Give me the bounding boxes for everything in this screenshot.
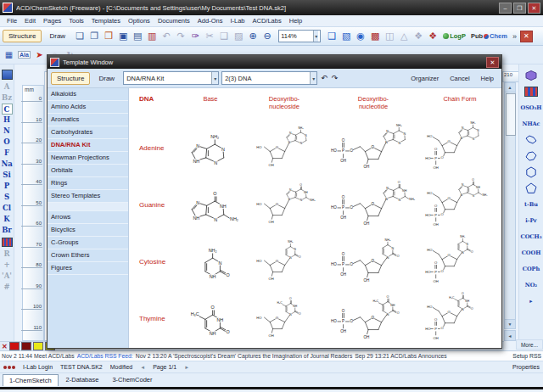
ipr-button[interactable]: i-Pr: [519, 212, 543, 228]
new-multipage-icon[interactable]: ❐: [87, 30, 101, 42]
alias-ala-button[interactable]: Ala: [18, 51, 31, 59]
cell-cytosine-chain-form[interactable]: HOOOPOHOOHNH₂ONN: [419, 233, 501, 290]
save-icon[interactable]: ▣: [116, 30, 130, 42]
delete-color-icon[interactable]: ✕: [2, 343, 8, 350]
element-h-button[interactable]: H: [2, 115, 13, 126]
menu-add-ons[interactable]: Add-Ons: [194, 16, 227, 25]
scroll-down-icon[interactable]: ▼: [505, 319, 515, 328]
scroll-left-icon[interactable]: ◄: [504, 330, 516, 341]
category-alkaloids[interactable]: Alkaloids: [48, 88, 128, 101]
cell-guanine-chain-form[interactable]: HOOOPOHOOHONNNHNNH₂: [419, 176, 501, 233]
open-icon[interactable]: ❒: [102, 30, 115, 42]
right-toolbar-more-button[interactable]: More...: [516, 339, 543, 350]
tab-1-chemsketch[interactable]: 1-ChemSketch: [3, 374, 59, 386]
menu-options[interactable]: Options: [125, 16, 154, 25]
element-o-button[interactable]: O: [2, 137, 13, 148]
element-na-button[interactable]: Na: [2, 159, 13, 170]
cell-cytosine-base[interactable]: NH₂ONNH: [180, 233, 241, 290]
category-stereo-templates[interactable]: Stereo Templates: [48, 190, 128, 203]
red-pointer-icon[interactable]: ➤: [33, 49, 46, 61]
category-dna-rna-kit[interactable]: DNA/RNA Kit: [48, 139, 128, 152]
help-button[interactable]: Help: [477, 75, 498, 82]
template-window-close-icon[interactable]: ✕: [486, 57, 499, 68]
cell-thymine-nucleoside[interactable]: OHOOHOOH₃CNHN: [241, 290, 327, 347]
structure-search-icon[interactable]: ❖: [426, 30, 439, 42]
palette-color-2[interactable]: [33, 342, 43, 350]
category-newman-projections[interactable]: Newman Projections: [48, 152, 128, 165]
rss-feed-link[interactable]: ACD/Labs RSS Feed:: [77, 353, 133, 359]
tab-3-chemcoder[interactable]: 3-ChemCoder: [106, 374, 158, 385]
menu-tools[interactable]: Tools: [65, 16, 87, 25]
radical-table-icon[interactable]: [519, 83, 543, 99]
template-window-titlebar[interactable]: Template Window ✕: [48, 55, 501, 69]
cell-guanine-nucleotide[interactable]: HOPOOHOOOHONNNHNNH₂: [327, 176, 419, 233]
no2-button[interactable]: NO₂: [519, 277, 543, 293]
category-amino-acids[interactable]: Amino Acids: [48, 101, 128, 114]
element-f-button[interactable]: F: [2, 148, 13, 159]
3d-viewer-icon[interactable]: ◉: [354, 30, 367, 42]
coph-button[interactable]: COPh: [519, 260, 543, 277]
element-s-button[interactable]: S: [2, 192, 13, 203]
ilab-login-button[interactable]: I-Lab Login: [23, 364, 53, 370]
vertical-scrollbar[interactable]: ▲ ▼: [504, 82, 516, 329]
cyclohexane-ring-icon[interactable]: [519, 164, 543, 180]
category-c-groups[interactable]: C-Groups: [48, 237, 128, 249]
template-structure-adenine-base[interactable]: NH₂NNHNN: [181, 127, 240, 169]
category-bicyclics[interactable]: Bicyclics: [48, 224, 128, 237]
cell-adenine-base[interactable]: NH₂NNHNN: [180, 120, 241, 176]
menu-help[interactable]: Help: [286, 16, 305, 25]
template-next-page-icon[interactable]: ↷: [331, 74, 339, 82]
page-next-icon[interactable]: ►: [184, 365, 189, 370]
cell-guanine-base[interactable]: ONNHNHNNH₂: [180, 176, 241, 233]
cell-thymine-chain-form[interactable]: HOOOPOHOOHOOH₃CNHN: [419, 290, 501, 347]
print-icon[interactable]: ▤: [131, 30, 144, 42]
template-structure-thymine-nucleoside[interactable]: OHOOHOOH₃CNHN: [242, 295, 327, 342]
element-n-button[interactable]: N: [2, 126, 13, 137]
tbu-button[interactable]: t-Bu: [519, 196, 543, 212]
cyclohexane-chair-icon[interactable]: [519, 132, 543, 148]
coch3-button[interactable]: COCH₃: [519, 228, 543, 244]
element-p-button[interactable]: P: [2, 181, 13, 192]
cyclopentane-ring-icon[interactable]: [519, 180, 543, 196]
template-kit-select[interactable]: DNA/RNA Kit ▾: [123, 71, 219, 85]
chevron-down-icon[interactable]: ▾: [310, 72, 316, 84]
draw-mode-button[interactable]: Draw: [43, 30, 71, 42]
chevron-down-icon[interactable]: ▾: [211, 72, 218, 84]
template-structure-cytosine-chain-form[interactable]: HOOOPOHOOHNH₂ONN: [420, 234, 500, 290]
template-draw-button[interactable]: Draw: [92, 72, 120, 85]
page-image-icon[interactable]: ▧: [339, 30, 353, 42]
template-structure-adenine-chain-form[interactable]: HOOOPOHOOHNH₂NNNN: [420, 120, 500, 176]
element-cl-button[interactable]: Cl: [2, 203, 13, 214]
template-structure-adenine-nucleoside[interactable]: OHOOHNH₂NNNN: [242, 125, 327, 171]
benzene-3d-icon[interactable]: [519, 67, 543, 83]
template-structure-guanine-nucleoside[interactable]: OHOOHONNNHNNH₂: [242, 182, 327, 228]
export-pdf-icon[interactable]: ▥: [145, 30, 159, 42]
template-structure-adenine-nucleotide[interactable]: HOPOOHOOOHNH₂NNNN: [328, 122, 418, 175]
radical-stack-icon[interactable]: [2, 70, 13, 80]
chevron-down-icon[interactable]: ▾: [313, 31, 318, 42]
minimize-button[interactable]: –: [499, 3, 512, 14]
element-k-button[interactable]: K: [2, 214, 13, 225]
close-button[interactable]: ✕: [528, 3, 540, 14]
organizer-button[interactable]: Organizer: [406, 75, 443, 82]
cell-cytosine-nucleoside[interactable]: OHOOHNH₂ONN: [241, 233, 327, 290]
zoom-in-icon[interactable]: ⊕: [246, 30, 260, 42]
tab-2-database[interactable]: 2-Database: [60, 374, 105, 385]
menu-pages[interactable]: Pages: [40, 16, 64, 25]
cell-adenine-chain-form[interactable]: HOOOPOHOOHNH₂NNNN: [419, 120, 501, 176]
template-page-select[interactable]: 2(3) DNA ▾: [221, 71, 317, 85]
category-orbitals[interactable]: Orbitals: [48, 165, 128, 177]
dictionary-icon[interactable]: ▩: [368, 30, 382, 42]
scroll-up-icon[interactable]: ▲: [505, 83, 515, 92]
category-rings[interactable]: Rings: [48, 177, 128, 190]
template-structure-cytosine-base[interactable]: NH₂ONNH: [181, 241, 240, 283]
template-structure-thymine-base[interactable]: OOH₃CNHNH: [181, 298, 240, 339]
category-carbohydrates[interactable]: Carbohydrates: [48, 126, 128, 139]
palette-color-1[interactable]: [21, 342, 31, 350]
template-structure-thymine-chain-form[interactable]: HOOOPOHOOHOOH₃CNHN: [420, 291, 500, 347]
element-c-button[interactable]: C: [2, 104, 13, 115]
palette-color-0[interactable]: [9, 342, 20, 350]
periodic-table-icon[interactable]: [2, 238, 13, 247]
element-br-button[interactable]: Br: [2, 225, 13, 236]
cell-guanine-nucleoside[interactable]: OHOOHONNNHNNH₂: [241, 176, 327, 233]
